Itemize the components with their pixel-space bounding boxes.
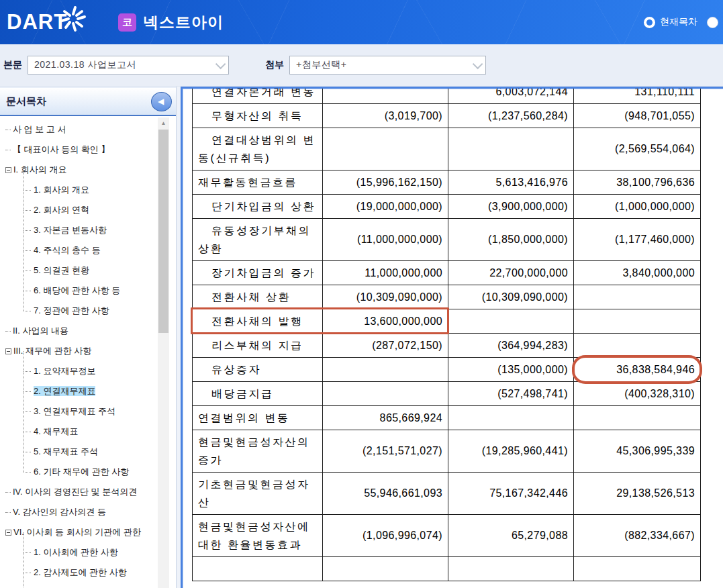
scroll-up-arrow-icon[interactable]: ▲ [158,117,169,129]
sidebar-item[interactable]: 2. 감사제도에 관한 사항 [23,562,157,583]
document-select[interactable]: 2021.03.18 사업보고서 [28,56,229,75]
attachment-select[interactable]: +첨부선택+ [289,56,486,75]
row-label-cell: 단기차입금의 상환 [193,195,323,219]
sidebar-item-label: III. 재무에 관한 사항 [13,346,91,356]
value-cell: (11,000,000,000) [323,219,448,261]
row-label-cell [193,557,323,581]
tree-toggle-icon[interactable] [5,167,11,173]
sidebar-item[interactable]: II. 사업의 내용 [3,321,157,341]
sidebar-item[interactable]: 6. 배당에 관한 사항 등 [23,281,157,301]
value-cell: 55,946,661,093 [323,473,448,515]
tree-toggle-icon[interactable] [5,530,11,536]
sidebar-item[interactable]: V. 감사인의 감사의견 등 [3,502,157,522]
sidebar-item-label: 6. 배당에 관한 사항 등 [34,285,120,295]
table-row: 현금및현금성자산의 증가(2,151,571,027)(19,285,960,4… [193,430,701,473]
table-row: 현금및현금성자산에 대한 환율변동효과(1,096,996,074)65,279… [193,515,701,557]
sidebar-item[interactable]: 1. 이사회에 관한 사항 [23,542,157,562]
table-row: 기초현금및현금성자산55,946,661,09375,167,342,44629… [193,473,701,515]
value-cell [448,557,574,581]
value-cell: (948,701,055) [574,104,701,128]
sidebar-item[interactable]: 1. 회사의 개요 [23,180,157,200]
table-row: 유동성장기부채의 상환(11,000,000,000)(1,850,000,00… [193,219,701,261]
sidebar-item-label: 5. 재무제표 주석 [34,446,98,456]
value-cell [323,87,448,104]
value-cell: 29,138,526,513 [574,473,701,515]
toc-mode-switch: 현재목차 [644,0,718,44]
row-label-cell: 장기차입금의 증가 [193,261,323,285]
sidebar-item[interactable]: 3. 주주의 의결권 행사에 관한 [23,583,157,588]
sidebar-item-label: 1. 요약재무정보 [34,366,95,376]
row-label-cell: 무형자산의 취득 [193,104,323,128]
sidebar-item[interactable]: 4. 재무제표 [23,422,157,442]
value-cell: (10,309,090,000) [323,285,448,309]
row-label-cell: 유동성장기부채의 상환 [193,219,323,261]
toc-title: 문서목차 [6,95,46,108]
sidebar-item[interactable]: 3. 연결재무제표 주석 [23,401,157,422]
toc-sidebar: 문서목차 ◀ 사 업 보 고 서【 대표이사 등의 확인 】I. 회사의 개요1… [0,87,177,588]
table-row: 전환사채의 발행13,600,000,000 [193,309,701,334]
sidebar-item[interactable]: 3. 자본금 변동사항 [23,220,157,240]
sidebar-item[interactable]: 6. 기타 재무에 관한 사항 [23,462,157,482]
sidebar-item-label: 사 업 보 고 서 [13,124,66,134]
chevron-down-icon [215,58,226,69]
row-label-cell: 전환사채의 발행 [193,309,323,334]
sidebar-item[interactable]: III. 재무에 관한 사항 [3,341,157,361]
full-toc-radio[interactable] [707,17,718,28]
value-cell: (15,996,162,150) [323,170,448,195]
row-label-cell: 유상증자 [193,358,323,382]
sidebar-item[interactable]: 7. 정관에 관한 사항 [23,301,157,321]
table-row: 연결범위의 변동865,669,924 [193,406,701,430]
value-cell: (1,237,560,284) [448,104,574,128]
value-cell: 5,613,416,976 [448,170,574,195]
value-cell: 22,700,000,000 [448,261,574,285]
table-row: 리스부채의 지급(287,072,150)(364,994,283) [193,334,701,358]
document-toolbar: 본문 2021.03.18 사업보고서 첨부 +첨부선택+ [0,44,723,87]
value-cell [574,285,701,309]
value-cell: 65,279,088 [448,515,574,557]
value-cell: (19,000,000,000) [323,195,448,219]
tree-connector [5,130,11,130]
sidebar-item-label: 1. 이사회에 관한 사항 [34,547,118,557]
sidebar-item[interactable]: 【 대표이사 등의 확인 】 [3,140,157,160]
dart-logo[interactable]: DART [7,10,87,34]
value-cell: 6,003,072,144 [448,87,574,104]
sidebar-item[interactable]: VI. 이사회 등 회사의 기관에 관한 [3,522,157,542]
dart-logo-text: DART [7,10,67,34]
sidebar-item-label: II. 사업의 내용 [13,326,68,336]
sidebar-item[interactable]: 1. 요약재무정보 [23,361,157,381]
row-label-cell: 연결대상범위의 변동(신규취득) [193,128,323,170]
value-cell: 865,669,924 [323,406,448,430]
value-cell: 11,000,000,000 [323,261,448,285]
value-cell: (3,019,700) [323,104,448,128]
sidebar-item[interactable]: 5. 의결권 현황 [23,260,157,281]
row-label-cell: 현금및현금성자산에 대한 환율변동효과 [193,515,323,557]
document-content-pane[interactable]: 연결자본거래 변동6,003,072,144131,110,111무형자산의 취… [181,87,723,588]
value-cell [448,309,574,334]
sidebar-collapse-button[interactable]: ◀ [151,92,172,111]
sidebar-item[interactable]: 2. 연결재무제표 [23,381,157,401]
current-toc-radio[interactable] [644,17,655,28]
tree-connector [5,512,11,513]
sidebar-item[interactable]: 사 업 보 고 서 [3,119,157,140]
sidebar-item[interactable]: IV. 이사의 경영진단 및 분석의견 [3,482,157,502]
sidebar-scrollbar[interactable]: ▲ [158,117,169,588]
scrollbar-thumb[interactable] [158,130,168,333]
value-cell: (364,994,283) [448,334,574,358]
table-row: 장기차입금의 증가11,000,000,00022,700,000,0003,8… [193,261,701,285]
tree-toggle-icon[interactable] [5,348,11,354]
value-cell: (19,285,960,441) [448,430,574,473]
sidebar-item[interactable]: 5. 재무제표 주석 [23,442,157,462]
row-label-cell: 전환사채 상환 [193,285,323,309]
sidebar-item-label: 7. 정관에 관한 사항 [34,305,109,315]
value-cell: (287,072,150) [323,334,448,358]
triangle-left-icon: ◀ [158,97,164,105]
main-split: 문서목차 ◀ 사 업 보 고 서【 대표이사 등의 확인 】I. 회사의 개요1… [0,87,723,588]
sidebar-item-label: I. 회사의 개요 [13,164,66,175]
kosdaq-badge: 코 [118,13,136,32]
value-cell: (10,309,090,000) [448,285,574,309]
sidebar-item[interactable]: 4. 주식의 총수 등 [23,240,157,260]
sidebar-item-label: 6. 기타 재무에 관한 사항 [34,467,129,477]
sidebar-item[interactable]: I. 회사의 개요 [3,160,157,180]
value-cell: 36,838,584,946 [574,358,701,382]
sidebar-item[interactable]: 2. 회사의 연혁 [23,200,157,220]
